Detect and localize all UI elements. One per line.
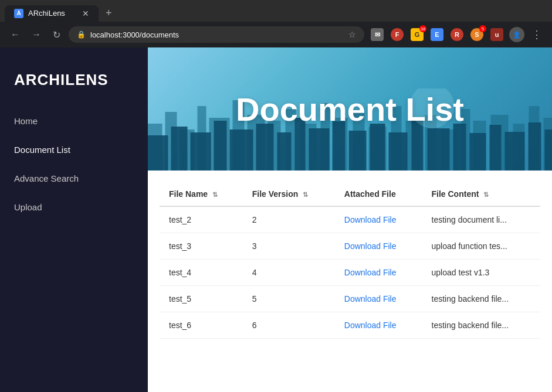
menu-button[interactable]: ⋮	[529, 26, 545, 43]
cell-attached-file[interactable]: Download File	[335, 260, 422, 286]
document-table: File Name ⇅ File Version ⇅ Attached File	[160, 182, 540, 339]
svg-rect-42	[505, 132, 525, 171]
cell-file-name: test_6	[160, 312, 243, 339]
document-table-section: File Name ⇅ File Version ⇅ Attached File	[148, 171, 552, 350]
hero-title: Document List	[236, 90, 464, 128]
download-link[interactable]: Download File	[344, 321, 397, 330]
sort-icon-version: ⇅	[303, 191, 308, 198]
svg-rect-44	[545, 129, 553, 171]
table-row: test_3 3 Download File upload function t…	[160, 233, 540, 260]
sidebar: ARCHILENS Home Document List Advance Sea…	[0, 47, 148, 392]
table-row: test_4 4 Download File upload test v1.3	[160, 260, 540, 286]
svg-rect-36	[389, 132, 408, 171]
col-file-content[interactable]: File Content ⇅	[422, 182, 541, 206]
ext-e[interactable]: E	[429, 26, 445, 43]
app-content: ARCHILENS Home Document List Advance Sea…	[0, 47, 552, 392]
cell-file-version: 4	[243, 260, 335, 286]
ext-u[interactable]: u	[489, 26, 505, 43]
sidebar-item-home[interactable]: Home	[0, 107, 148, 135]
cell-file-content: upload test v1.3	[422, 260, 541, 286]
svg-rect-39	[453, 124, 466, 171]
svg-rect-25	[171, 127, 188, 171]
sidebar-nav: Home Document List Advance Search Upload	[0, 107, 148, 221]
svg-rect-29	[256, 124, 274, 171]
cell-file-version: 6	[243, 312, 335, 339]
tab-close-button[interactable]: ✕	[82, 9, 89, 18]
cell-file-content: upload function tes...	[422, 233, 541, 260]
cell-file-version: 3	[243, 233, 335, 260]
sort-icon-name: ⇅	[212, 191, 218, 198]
tab-bar: A ARchiLens ✕ +	[5, 5, 547, 22]
svg-rect-30	[277, 132, 292, 171]
cell-file-content: testing backend file...	[422, 312, 541, 339]
ext-email[interactable]: ✉	[369, 26, 385, 43]
lock-icon: 🔒	[77, 30, 86, 39]
svg-rect-34	[349, 131, 367, 171]
browser-nav: ← → ↻ 🔒 localhost:3000/documents ☆ ✉ F G…	[0, 22, 552, 47]
sidebar-logo: ARCHILENS	[0, 59, 148, 107]
hero-banner: Document List	[148, 47, 552, 171]
svg-rect-38	[428, 128, 450, 171]
cell-file-version: 2	[243, 206, 335, 233]
cell-attached-file[interactable]: Download File	[335, 233, 422, 260]
cell-file-version: 5	[243, 286, 335, 312]
svg-rect-40	[470, 133, 486, 171]
ext-s-badge: 5	[479, 25, 486, 32]
sidebar-item-upload[interactable]: Upload	[0, 193, 148, 221]
sidebar-item-document-list[interactable]: Document List	[0, 135, 148, 164]
cell-attached-file[interactable]: Download File	[335, 286, 422, 312]
sidebar-item-advance-search[interactable]: Advance Search	[0, 164, 148, 193]
user-avatar[interactable]: 👤	[509, 26, 525, 43]
col-file-name[interactable]: File Name ⇅	[160, 182, 243, 206]
cell-file-content: testing document li...	[422, 206, 541, 233]
svg-rect-27	[214, 121, 227, 171]
sort-icon-content: ⇅	[483, 191, 489, 198]
svg-rect-37	[412, 121, 424, 171]
tab-favicon: A	[14, 9, 23, 18]
cell-file-name: test_4	[160, 260, 243, 286]
table-row: test_2 2 Download File testing document …	[160, 206, 540, 233]
cell-attached-file[interactable]: Download File	[335, 312, 422, 339]
svg-rect-41	[490, 125, 502, 171]
svg-rect-35	[370, 124, 385, 171]
svg-rect-43	[529, 122, 541, 171]
svg-rect-33	[333, 121, 346, 171]
download-link[interactable]: Download File	[344, 215, 397, 224]
col-file-version[interactable]: File Version ⇅	[243, 182, 335, 206]
col-attached-file: Attached File	[335, 182, 422, 206]
ext-s[interactable]: S 5	[469, 26, 485, 43]
active-tab[interactable]: A ARchiLens ✕	[5, 5, 99, 22]
cell-file-name: test_2	[160, 206, 243, 233]
svg-rect-32	[309, 128, 330, 171]
extension-icons: ✉ F G 38 E R S 5 u 👤	[369, 26, 545, 43]
cell-attached-file[interactable]: Download File	[335, 206, 422, 233]
new-tab-button[interactable]: +	[101, 5, 117, 22]
ext-f[interactable]: F	[389, 26, 405, 43]
download-link[interactable]: Download File	[344, 294, 397, 304]
svg-rect-28	[230, 129, 253, 171]
browser-wrapper: A ARchiLens ✕ + ← → ↻ 🔒 localhost:3000/d…	[0, 0, 552, 392]
url-text: localhost:3000/documents	[90, 30, 344, 39]
ext-r[interactable]: R	[449, 26, 465, 43]
table-row: test_5 5 Download File testing backend f…	[160, 286, 540, 312]
main-content: Document List	[148, 47, 552, 392]
cell-file-name: test_5	[160, 286, 243, 312]
svg-rect-26	[191, 132, 211, 171]
cell-file-name: test_3	[160, 233, 243, 260]
bookmark-icon[interactable]: ☆	[348, 30, 356, 39]
svg-rect-24	[148, 135, 168, 171]
ext-google[interactable]: G 38	[409, 26, 425, 43]
refresh-button[interactable]: ↻	[49, 27, 64, 43]
download-link[interactable]: Download File	[344, 268, 397, 277]
back-button[interactable]: ←	[7, 27, 23, 42]
browser-chrome: A ARchiLens ✕ +	[0, 0, 552, 22]
address-bar[interactable]: 🔒 localhost:3000/documents ☆	[69, 26, 364, 43]
table-row: test_6 6 Download File testing backend f…	[160, 312, 540, 339]
download-link[interactable]: Download File	[344, 241, 397, 251]
cell-file-content: testing backend file...	[422, 286, 541, 312]
tab-title: ARchiLens	[28, 9, 65, 18]
forward-button[interactable]: →	[28, 27, 45, 42]
ext-badge: 38	[419, 25, 426, 32]
